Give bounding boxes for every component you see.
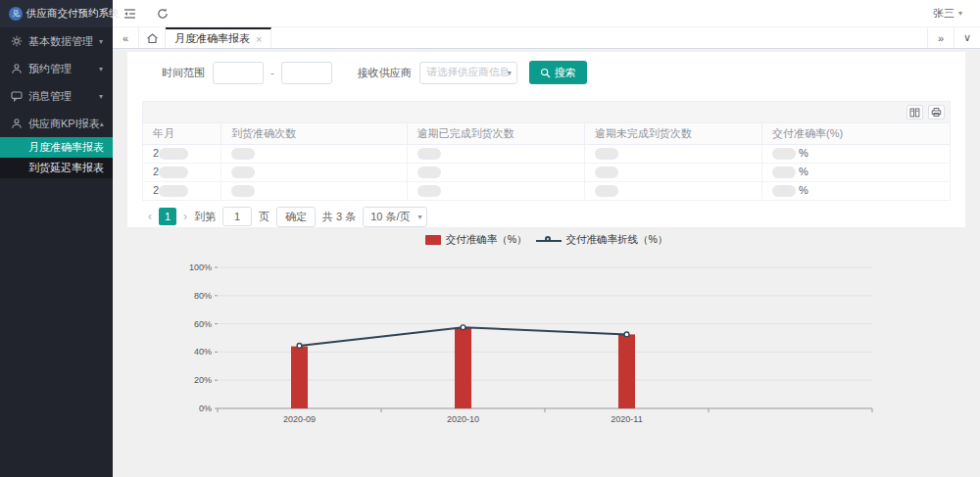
legend-line-label: 交付准确率折线（%） (566, 233, 668, 247)
chart-bar[interactable] (291, 347, 308, 408)
page-size-value: 10 条/页 (370, 210, 410, 224)
redacted-value (417, 167, 441, 178)
y-tick-label: 100% (189, 262, 212, 272)
sidebar-item-label: 预约管理 (28, 62, 99, 76)
kpi-table: 年月到货准确次数逾期已完成到货次数逾期未完成到货次数交付准确率(%) 2 %2 … (142, 123, 951, 201)
legend-item-line[interactable]: 交付准确率折线（%） (536, 233, 668, 247)
time-from-input[interactable] (213, 62, 264, 84)
home-icon (146, 32, 159, 44)
time-to-input[interactable] (281, 62, 332, 84)
supplier-select-placeholder: 请选择供应商信息 (427, 66, 510, 79)
columns-icon (909, 108, 920, 118)
chevron-icon: ▾ (99, 65, 103, 73)
redacted-value (595, 148, 618, 160)
bar-swatch-icon (425, 235, 441, 245)
user-name: 张三 (933, 6, 955, 21)
column-header: 到货准确次数 (221, 123, 408, 144)
chart-line-marker[interactable] (297, 344, 302, 349)
chevron-down-icon: ▾ (958, 9, 962, 18)
print-button[interactable] (928, 105, 945, 119)
confirm-button[interactable]: 确定 (276, 207, 316, 227)
gear-icon (11, 35, 23, 47)
y-tick-label: 20% (194, 375, 212, 385)
redacted-value (772, 167, 796, 178)
table-toolbar (142, 101, 951, 123)
sidebar-item-1[interactable]: 预约管理▾ (0, 55, 113, 82)
cell-overdue-undone-count (584, 163, 761, 181)
chart-bar[interactable] (455, 328, 471, 408)
time-range-label: 时间范围 (162, 66, 205, 80)
chevron-icon: ▴ (100, 119, 104, 128)
redacted-value (159, 167, 188, 178)
sidebar-item-0[interactable]: 基本数据管理▾ (0, 27, 113, 55)
chevron-icon: ▾ (99, 37, 103, 46)
sidebar-item-label: 消息管理 (28, 89, 99, 104)
redacted-value (772, 148, 796, 160)
table-section: 年月到货准确次数逾期已完成到货次数逾期未完成到货次数交付准确率(%) 2 %2 … (142, 101, 951, 233)
cell-overdue-undone-count (584, 181, 761, 200)
x-category-label: 2020-09 (283, 414, 316, 424)
redacted-value (417, 148, 441, 160)
home-tab-button[interactable] (139, 27, 166, 48)
app-logo: 兑 供应商交付预约系统 (0, 0, 113, 27)
main-content: 时间范围 - 接收供应商 请选择供应商信息 ▾ 搜索 (113, 49, 980, 477)
prev-page-button[interactable]: ‹ (148, 210, 152, 223)
redacted-value (231, 167, 255, 178)
page-size-select[interactable]: 10 条/页 ▾ (363, 207, 426, 227)
tab-monthly-accuracy-report[interactable]: 月度准确率报表 × (166, 27, 271, 48)
table-row[interactable]: 2 % (143, 181, 951, 200)
next-page-button[interactable]: › (183, 210, 187, 223)
sidebar-subitem-0[interactable]: 月度准确率报表 (0, 137, 113, 158)
tabs-more-button[interactable]: ∨ (954, 27, 980, 48)
print-icon (931, 107, 942, 118)
legend-item-bar[interactable]: 交付准确率（%） (425, 233, 527, 247)
refresh-icon (157, 8, 169, 20)
redacted-value (595, 185, 618, 197)
page-unit-label: 页 (259, 210, 270, 224)
range-separator: - (270, 67, 274, 78)
cell-year-month: 2 (143, 181, 221, 200)
goto-page-input[interactable] (222, 207, 252, 226)
user-icon (11, 118, 23, 129)
sidebar-item-3[interactable]: 供应商KPI报表▴ (0, 110, 113, 137)
supplier-select[interactable]: 请选择供应商信息 ▾ (419, 62, 517, 84)
sidebar: 兑 供应商交付预约系统 基本数据管理▾预约管理▾消息管理▾供应商KPI报表▴ 月… (0, 0, 113, 477)
user-menu[interactable]: 张三 ▾ (933, 6, 962, 21)
cell-overdue-done-count (407, 144, 584, 163)
sidebar-item-2[interactable]: 消息管理▾ (0, 82, 113, 110)
cell-accuracy-rate: % (762, 163, 951, 181)
search-button[interactable]: 搜索 (529, 61, 587, 84)
table-row[interactable]: 2 % (143, 163, 951, 181)
cell-accuracy-rate: % (762, 144, 951, 163)
kpi-chart: 100%80%60%40%20%0%2020-092020-102020-11 (113, 250, 980, 441)
redacted-value (159, 185, 188, 197)
column-header: 逾期已完成到货次数 (407, 123, 584, 144)
table-row[interactable]: 2 % (143, 144, 951, 163)
chart-line-marker[interactable] (624, 332, 629, 337)
total-count-label: 共 3 条 (322, 210, 356, 224)
column-settings-button[interactable] (906, 105, 923, 119)
y-tick-label: 60% (194, 319, 212, 329)
redacted-value (231, 185, 255, 197)
cell-accuracy-rate: % (762, 181, 951, 200)
sidebar-subitem-1[interactable]: 到货延迟率报表 (0, 158, 113, 178)
page-1-button[interactable]: 1 (159, 208, 176, 225)
tabs-scroll-right-button[interactable]: » (927, 27, 954, 48)
pagination: ‹ 1 › 到第 页 确定 共 3 条 10 条/页 ▾ (142, 201, 951, 233)
sidebar-item-label: 基本数据管理 (28, 34, 99, 49)
cell-year-month: 2 (143, 144, 221, 163)
chart-legend: 交付准确率（%） 交付准确率折线（%） (113, 233, 980, 247)
magnifier-icon (540, 68, 551, 78)
column-header: 年月 (143, 123, 221, 144)
sidebar-item-label: 供应商KPI报表 (28, 117, 100, 131)
report-card: 时间范围 - 接收供应商 请选择供应商信息 ▾ 搜索 (127, 52, 965, 227)
cell-accurate-count (221, 181, 408, 200)
refresh-button[interactable] (146, 0, 179, 26)
message-icon (11, 90, 23, 102)
column-header: 交付准确率(%) (762, 123, 951, 144)
chart-bar[interactable] (618, 334, 635, 408)
search-form: 时间范围 - 接收供应商 请选择供应商信息 ▾ 搜索 (127, 52, 965, 85)
close-icon[interactable]: × (256, 33, 262, 45)
chart-line-marker[interactable] (461, 325, 466, 330)
tabs-scroll-left-button[interactable]: « (113, 27, 139, 48)
